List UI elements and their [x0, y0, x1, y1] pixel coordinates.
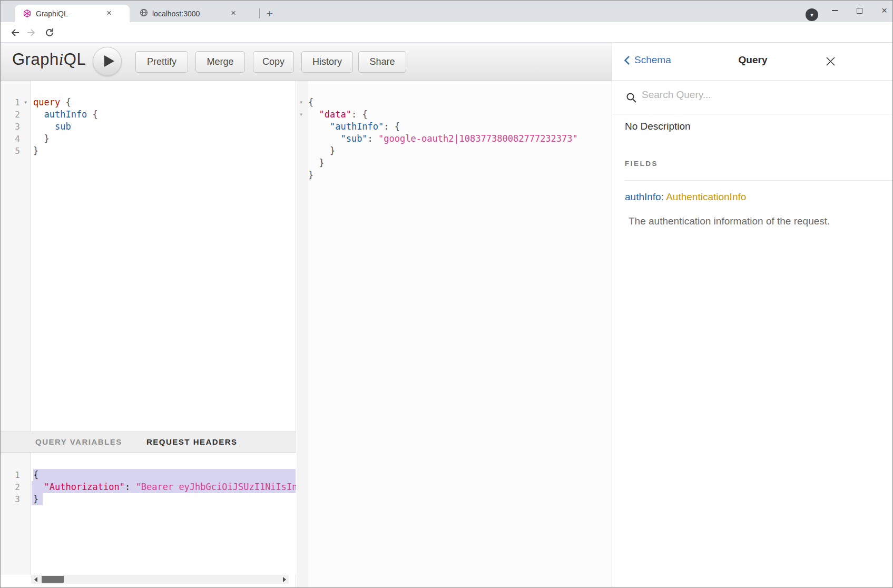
doc-explorer-header: Schema Query: [612, 43, 893, 81]
play-icon: [104, 55, 114, 67]
reload-icon[interactable]: [44, 27, 55, 41]
result-pane: ▾ ▾ { "data": { "authInfo": { "sub": "go…: [297, 81, 612, 587]
result-gutter: ▾ ▾: [297, 81, 308, 587]
query-code-line[interactable]: }: [33, 133, 50, 145]
result-code-line: "data": {: [308, 109, 368, 121]
field-name-link[interactable]: authInfo: [625, 191, 661, 202]
result-code-line: "authInfo": {: [308, 121, 400, 133]
caret-down-icon: ▾: [810, 12, 813, 18]
query-code-line[interactable]: }: [33, 145, 38, 157]
tab-strip: GraphiQL × localhost:3000 × + ▾ ×: [1, 1, 892, 22]
search-icon: [626, 92, 637, 105]
tab-request-headers[interactable]: REQUEST HEADERS: [146, 432, 238, 452]
field-authinfo: authInfo: AuthenticationInfo: [625, 191, 746, 203]
execute-query-button[interactable]: [93, 47, 122, 76]
doc-close-button[interactable]: [822, 53, 838, 69]
result-code-line: {: [308, 96, 313, 109]
tab-close-icon[interactable]: ×: [104, 9, 114, 18]
line-number: 3: [15, 493, 20, 505]
minimize-button[interactable]: [823, 1, 847, 21]
maximize-button[interactable]: [848, 1, 871, 21]
headers-code-line[interactable]: }: [33, 493, 38, 505]
scroll-left-icon: [34, 577, 37, 582]
fold-arrow-icon[interactable]: ▾: [299, 96, 303, 109]
doc-explorer-title: Query: [612, 54, 893, 66]
tab-localhost[interactable]: localhost:3000 ×: [131, 5, 255, 22]
line-number: 1: [15, 469, 20, 481]
tab-search-button[interactable]: ▾: [806, 8, 818, 21]
globe-favicon-icon: [140, 8, 148, 19]
scroll-left-button[interactable]: [31, 575, 40, 584]
maximize-icon: [857, 8, 862, 14]
scrollbar-thumb[interactable]: [42, 576, 64, 583]
tab-divider: [259, 8, 260, 18]
tab-close-icon[interactable]: ×: [229, 9, 238, 18]
tab-graphiql[interactable]: GraphiQL ×: [15, 5, 130, 22]
browser-window: GraphiQL × localhost:3000 × + ▾ ×: [0, 0, 893, 588]
query-code-line[interactable]: query {: [33, 96, 71, 109]
window-close-button[interactable]: ×: [872, 1, 893, 21]
request-headers-editor[interactable]: 1 2 3 { "Authorization": "Bearer eyJhbGc…: [1, 453, 296, 575]
tab-title: GraphiQL: [36, 9, 104, 18]
merge-button[interactable]: Merge: [195, 51, 245, 73]
no-description-text: No Description: [625, 121, 691, 132]
browser-toolbar: localhost:3000 UO b P Tp L Aktualisi: [1, 22, 892, 43]
tab-title: localhost:3000: [152, 9, 229, 18]
result-code-line: }: [308, 169, 313, 181]
result-code-line: }: [308, 157, 325, 169]
headers-gutter: 1 2 3: [1, 453, 31, 575]
tab-query-variables[interactable]: QUERY VARIABLES: [35, 432, 122, 452]
line-number: 2: [15, 109, 20, 121]
copy-button[interactable]: Copy: [253, 51, 294, 73]
query-gutter: 1 2 3 4 5 ▾: [1, 81, 31, 432]
text-selection: [33, 469, 296, 481]
horizontal-scrollbar[interactable]: [31, 575, 289, 584]
history-button[interactable]: History: [301, 51, 353, 73]
query-code-line[interactable]: sub: [33, 121, 71, 133]
line-number: 5: [15, 145, 20, 157]
line-number: 3: [15, 121, 20, 133]
minimize-icon: [832, 10, 838, 11]
graphiql-favicon-icon: [23, 9, 32, 18]
result-code-line: "sub": "google-oauth2|108377380082777232…: [308, 133, 578, 145]
line-number: 2: [15, 481, 20, 493]
headers-code-line[interactable]: "Authorization": "Bearer eyJhbGciOiJSUzI…: [33, 481, 296, 493]
fold-arrow-icon[interactable]: ▾: [299, 109, 303, 121]
headers-code-line[interactable]: {: [33, 469, 38, 481]
fold-arrow-icon[interactable]: ▾: [24, 96, 27, 109]
line-number: 1: [15, 96, 20, 109]
scroll-right-button[interactable]: [280, 575, 289, 584]
field-description: The authentication information of the re…: [629, 215, 830, 227]
back-icon[interactable]: [9, 27, 21, 41]
secondary-editor-titlebar: QUERY VARIABLES REQUEST HEADERS: [1, 432, 296, 453]
doc-explorer: Schema Query No Description FIELDS authI…: [612, 43, 893, 587]
forward-icon[interactable]: [26, 27, 37, 41]
doc-search-input[interactable]: [642, 89, 863, 101]
field-type-link[interactable]: AuthenticationInfo: [666, 191, 746, 202]
prettify-button[interactable]: Prettify: [135, 51, 188, 73]
doc-search-row: [612, 81, 893, 114]
share-button[interactable]: Share: [358, 51, 406, 73]
new-tab-button[interactable]: +: [263, 7, 276, 20]
scroll-right-icon: [283, 577, 286, 582]
query-code-line[interactable]: authInfo {: [33, 109, 98, 121]
result-code-line: }: [308, 145, 335, 157]
close-icon: [825, 56, 836, 67]
graphiql-logo: GraphiQL: [12, 50, 86, 69]
fields-heading: FIELDS: [625, 160, 658, 168]
line-number: 4: [15, 133, 20, 145]
fields-divider: [625, 180, 893, 181]
